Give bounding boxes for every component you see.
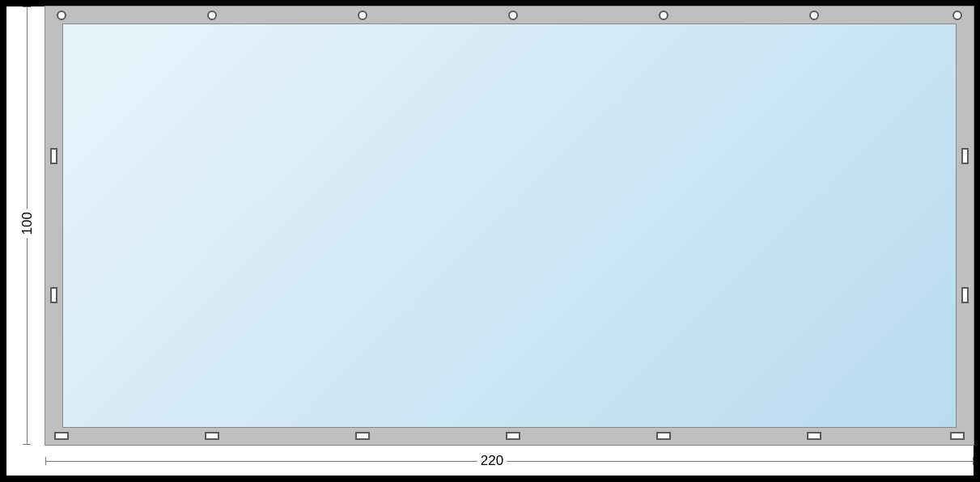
- eyelet-bottom-rect-icon: [807, 432, 821, 440]
- eyelet-left-rect-icon: [50, 148, 57, 164]
- eyelet-top-circle-icon: [659, 11, 668, 20]
- eyelet-right-rect-icon: [961, 148, 969, 164]
- eyelet-bottom-rect-icon: [54, 432, 69, 440]
- eyelet-bottom-rect-icon: [950, 432, 965, 440]
- eyelet-right-rect-icon: [961, 287, 969, 303]
- canvas: 220 100: [6, 6, 974, 476]
- eyelet-top-circle-icon: [809, 11, 819, 20]
- dimension-height-label: 100: [19, 209, 36, 238]
- eyelet-top-circle-icon: [207, 11, 217, 20]
- eyelet-bottom-rect-icon: [506, 432, 520, 440]
- dimension-width-label: 220: [477, 453, 507, 469]
- tarp-panel: [63, 24, 956, 427]
- outer-border: 220 100: [0, 0, 980, 482]
- eyelet-top-circle-icon: [358, 11, 367, 20]
- eyelet-top-circle-icon: [57, 11, 66, 20]
- tarp-frame: [45, 6, 974, 445]
- eyelet-left-rect-icon: [50, 287, 57, 303]
- eyelet-top-circle-icon: [508, 11, 518, 20]
- eyelet-top-circle-icon: [952, 11, 962, 20]
- eyelet-bottom-rect-icon: [656, 432, 671, 440]
- dimension-line-width: [45, 461, 974, 462]
- eyelet-bottom-rect-icon: [205, 432, 219, 440]
- eyelet-bottom-rect-icon: [355, 432, 370, 440]
